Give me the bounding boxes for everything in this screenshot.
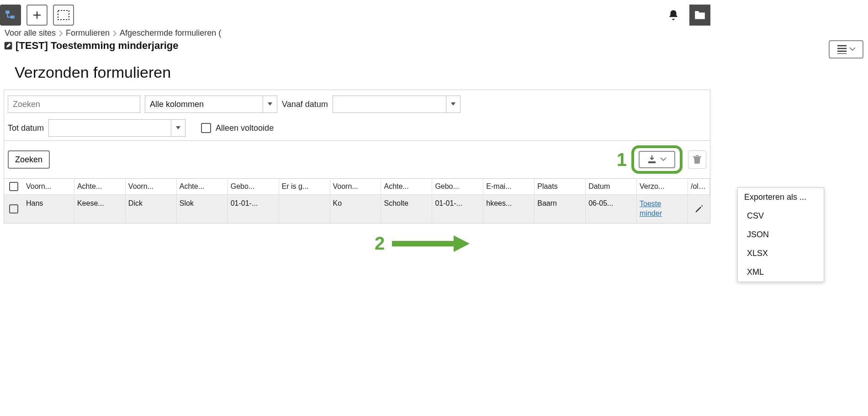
table-header[interactable]: Achte... <box>381 179 432 194</box>
table-header[interactable]: E-mai... <box>483 179 535 194</box>
table-cell: Dick <box>126 195 177 223</box>
top-toolbar <box>0 0 714 28</box>
table-row[interactable]: Hans Keese... Dick Slok 01-01-... Ko Sch… <box>4 195 710 223</box>
table-header[interactable]: Achte... <box>177 179 228 194</box>
search-input[interactable] <box>8 96 140 113</box>
results-table: Voorn... Achte... Voorn... Achte... Gebo… <box>4 179 710 224</box>
select-all-cell <box>4 179 23 194</box>
column-select-value: Alle kolommen <box>145 96 263 113</box>
only-completed-checkbox[interactable] <box>201 123 211 133</box>
table-header[interactable]: Gebo... <box>432 179 483 194</box>
table-header-row: Voorn... Achte... Voorn... Achte... Gebo… <box>4 179 710 195</box>
table-cell: hkees... <box>483 195 535 223</box>
folder-icon <box>694 10 706 20</box>
caret-down-icon <box>268 102 272 106</box>
svg-rect-0 <box>5 11 10 14</box>
row-select-cell <box>4 195 23 223</box>
tree-icon <box>5 9 16 21</box>
row-checkbox[interactable] <box>9 204 18 213</box>
table-header[interactable]: Verzo... <box>637 179 688 194</box>
table-header[interactable]: Voorn... <box>126 179 177 194</box>
caret-down-icon <box>451 102 455 106</box>
table-header[interactable]: Voorn... <box>23 179 74 194</box>
page-heading: [TEST] Toestemming minderjarige <box>0 40 714 52</box>
svg-rect-2 <box>58 11 69 20</box>
from-date-label: Vanaf datum <box>282 100 328 109</box>
only-completed-label: Alleen voltooide <box>216 123 274 133</box>
table-cell: Keese... <box>74 195 126 223</box>
table-header[interactable]: Plaats <box>535 179 586 194</box>
delete-button[interactable] <box>688 150 706 169</box>
to-date-label: Tot datum <box>8 123 44 133</box>
caret-down-icon <box>176 126 180 130</box>
chevron-right-icon <box>112 30 117 37</box>
row-edit-button[interactable] <box>688 195 710 223</box>
table-cell <box>279 195 330 223</box>
table-header[interactable]: Gebo... <box>228 179 279 194</box>
export-button[interactable] <box>639 151 675 168</box>
marquee-icon <box>58 10 69 20</box>
files-button[interactable] <box>689 5 710 26</box>
chevron-right-icon <box>58 30 63 37</box>
page-title: [TEST] Toestemming minderjarige <box>16 40 179 52</box>
column-select[interactable]: Alle kolommen <box>145 96 277 113</box>
plus-icon <box>32 10 42 21</box>
from-date-caret[interactable] <box>446 96 460 113</box>
marquee-select-button[interactable] <box>53 5 74 26</box>
breadcrumb-separator <box>112 30 117 37</box>
svg-rect-1 <box>11 16 15 19</box>
table-cell: Baarn <box>535 195 586 223</box>
notifications-button[interactable] <box>663 5 684 26</box>
table-cell: 06-05... <box>586 195 637 223</box>
breadcrumb-item[interactable]: Voor alle sites <box>5 28 56 38</box>
column-select-caret[interactable] <box>263 96 277 113</box>
table-cell: 01-01-... <box>228 195 279 223</box>
to-date-caret[interactable] <box>171 119 185 137</box>
annotation-highlight-1 <box>631 145 683 174</box>
table-cell: 01-01-... <box>432 195 483 223</box>
table-header[interactable]: Datum <box>586 179 637 194</box>
trash-icon <box>693 155 701 164</box>
select-all-checkbox[interactable] <box>9 182 18 191</box>
table-header[interactable]: Er is g... <box>279 179 330 194</box>
to-date-input[interactable] <box>48 119 185 137</box>
pencil-icon <box>694 204 704 213</box>
table-cell: Scholte <box>381 195 432 223</box>
breadcrumb-item[interactable]: Formulieren <box>66 28 110 38</box>
action-bar: Zoeken 1 <box>4 141 710 179</box>
add-button[interactable] <box>26 5 48 26</box>
table-cell: Ko <box>330 195 381 223</box>
from-date-input[interactable] <box>333 96 460 113</box>
table-header[interactable]: Achte... <box>74 179 126 194</box>
chevron-down-icon <box>660 157 667 162</box>
search-button[interactable]: Zoeken <box>8 150 50 169</box>
filter-panel: Alle kolommen Vanaf datum Tot datum Alle… <box>4 90 710 141</box>
table-header[interactable]: Voorn... <box>330 179 381 194</box>
annotation-step-1: 1 <box>617 149 627 170</box>
bell-icon <box>667 9 679 21</box>
breadcrumb-separator <box>58 30 63 37</box>
table-header[interactable]: /olto... <box>688 179 710 194</box>
download-icon <box>647 155 656 164</box>
table-cell-link[interactable]: Toeste minder <box>637 195 688 223</box>
breadcrumb: Voor alle sites Formulieren Afgeschermde… <box>0 28 714 40</box>
section-title: Verzonden formulieren <box>15 64 714 81</box>
table-cell: Slok <box>177 195 228 223</box>
edit-icon[interactable] <box>4 41 13 50</box>
table-cell: Hans <box>23 195 74 223</box>
breadcrumb-item[interactable]: Afgeschermde formulieren ( <box>120 28 221 38</box>
tree-nav-button[interactable] <box>0 5 21 26</box>
